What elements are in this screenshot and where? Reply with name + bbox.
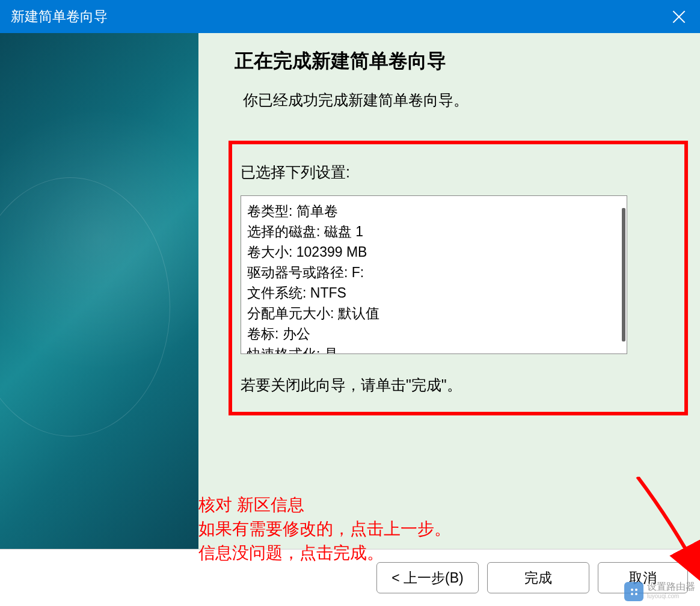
setting-row: 快速格式化: 是 [247, 344, 621, 354]
close-button[interactable] [658, 0, 700, 33]
annotation-text: 核对 新区信息 如果有需要修改的，点击上一步。 信息没问题，点击完成。 [198, 493, 451, 565]
watermark: 设置路由器 luyouqi.com [624, 582, 695, 601]
back-button[interactable]: < 上一步(B) [376, 562, 479, 593]
annotation-line: 如果有需要修改的，点击上一步。 [198, 517, 451, 541]
annotation-line: 核对 新区信息 [198, 493, 451, 517]
success-message: 你已经成功完成新建简单卷向导。 [243, 90, 468, 110]
wizard-body: 正在完成新建简单卷向导 你已经成功完成新建简单卷向导。 已选择下列设置: 卷类型… [0, 33, 700, 549]
annotation-line: 信息没问题，点击完成。 [198, 541, 451, 565]
watermark-text: 设置路由器 luyouqi.com [647, 582, 695, 601]
settings-label: 已选择下列设置: [241, 162, 627, 182]
close-icon [672, 10, 686, 23]
setting-row: 选择的磁盘: 磁盘 1 [247, 221, 621, 242]
setting-row: 分配单元大小: 默认值 [247, 303, 621, 323]
close-hint: 若要关闭此向导，请单击"完成"。 [241, 375, 627, 395]
setting-row: 卷类型: 简单卷 [247, 201, 621, 221]
finish-button[interactable]: 完成 [487, 562, 589, 593]
wizard-side-graphic [0, 33, 198, 549]
titlebar: 新建简单卷向导 [0, 0, 700, 33]
watermark-icon [624, 582, 643, 601]
highlight-box: 你已经成功完成新建简单卷向导。 已选择下列设置: 卷类型: 简单卷 选择的磁盘:… [229, 141, 688, 415]
setting-row: 卷标: 办公 [247, 323, 621, 344]
wizard-main-panel: 正在完成新建简单卷向导 你已经成功完成新建简单卷向导。 已选择下列设置: 卷类型… [198, 33, 700, 549]
setting-row: 驱动器号或路径: F: [247, 262, 621, 283]
wizard-heading: 正在完成新建简单卷向导 [198, 48, 700, 75]
window-title: 新建简单卷向导 [11, 7, 108, 26]
wizard-window: 新建简单卷向导 正在完成新建简单卷向导 你已经成功完成新建简单卷向导。 已选择下… [0, 0, 700, 606]
setting-row: 文件系统: NTFS [247, 283, 621, 303]
scrollbar[interactable] [622, 208, 625, 341]
setting-row: 卷大小: 102399 MB [247, 242, 621, 262]
settings-listbox[interactable]: 卷类型: 简单卷 选择的磁盘: 磁盘 1 卷大小: 102399 MB 驱动器号… [241, 195, 627, 354]
